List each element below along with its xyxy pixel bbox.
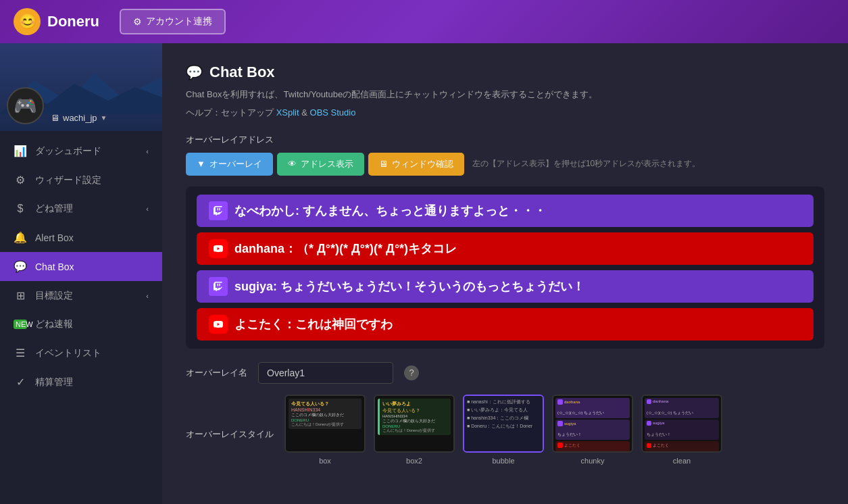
main-content: 💬 Chat Box Chat Boxを利用すれば、Twitch/Youtube… [162,43,848,504]
chat-message-1: なべわかし: すんません、ちょっと通りますよっと・・・ [197,195,814,227]
obs-studio-link[interactable]: OBS Studio [310,107,356,118]
styles-grid: 今見てる人いる？ HANSHIN334 ここのコメ欄の奴ら大好きだ DONERU… [284,395,722,465]
xsplit-link[interactable]: XSplit [276,107,299,118]
sidebar-item-dashboard[interactable]: 📊 ダッシュボード ‹ [0,136,162,166]
gear-icon: ⚙ [133,16,142,27]
youtube-icon-1 [209,239,228,258]
style-name-box: box [319,457,331,465]
sidebar-nav: 📊 ダッシュボード ‹ ⚙ ウィザード設定 $ どね管理 ‹ 🔔 Alert B… [0,131,162,504]
check-icon: ✓ [14,376,27,388]
sidebar-item-seisan[interactable]: ✓ 精算管理 [0,368,162,397]
logo-icon: 😊 [14,8,41,35]
news-icon: NEW [14,320,27,329]
dollar-icon: $ [14,203,27,215]
eye-icon: 👁 [288,159,297,169]
chat-message-3: sugiya: ちょうだいちょうだい！そういうのもっとちょうだい！ [197,270,814,303]
sidebar-item-chat-box[interactable]: 💬 Chat Box [0,252,162,281]
svg-rect-4 [219,283,220,286]
sidebar: 🎮 🖥 wachi_jp ▼ 📊 ダッシュボード ‹ ⚙ ウィザード設定 $ [0,43,162,504]
sidebar-item-done-sokuho[interactable]: NEW どね速報 [0,310,162,338]
overlay-styles-row: オーバーレイスタイル 今見てる人いる？ HANSHIN334 ここのコメ欄の奴ら… [186,395,824,465]
style-name-bubble: bubble [492,457,514,465]
sidebar-item-wizard[interactable]: ⚙ ウィザード設定 [0,166,162,195]
overlay-name-row: オーバーレイ名 ? [186,362,824,384]
main-layout: 🎮 🖥 wachi_jp ▼ 📊 ダッシュボード ‹ ⚙ ウィザード設定 $ [0,43,848,504]
style-thumb-clean: danhana (☆_☆)(☆_☆) ちょうだい sugiya ちょうだい！ [641,395,722,453]
svg-rect-2 [219,207,220,210]
list-icon: ☰ [14,347,27,359]
chat-message-2: danhana：（* Д°*)(* Д°*)(* Д°*)キタコレ [197,232,814,265]
sidebar-item-alert-box[interactable]: 🔔 Alert Box [0,223,162,252]
svg-rect-5 [218,283,218,286]
tab-overlay[interactable]: ▼ オーバーレイ [186,153,273,176]
avatar: 🎮 [7,87,44,124]
style-name-box2: box2 [406,457,422,465]
style-card-box[interactable]: 今見てる人いる？ HANSHIN334 ここのコメ欄の奴ら大好きだ DONERU… [284,395,366,465]
page-description: Chat Boxを利用すれば、Twitch/Youtubeの配信画面上にチャット… [186,88,824,102]
style-card-bubble[interactable]: ■ nanashi：これに低評価する ■ いい夢みろよ：今見てる人 ■ hans… [463,395,544,465]
chat-preview-area: なべわかし: すんません、ちょっと通りますよっと・・・ danhana：（* Д… [186,186,824,349]
monitor-icon: 🖥 [51,113,59,123]
style-thumb-box2: いい夢みろよ 今見てる人いる？ HANSHIN334 ここのコメ欄の奴ら大好きだ… [374,395,455,453]
overlay-name-input[interactable] [258,362,393,384]
style-thumb-bubble: ■ nanashi：これに低評価する ■ いい夢みろよ：今見てる人 ■ hans… [463,395,544,453]
logo-area: 😊 Doneru [14,8,99,35]
twitch-icon-2 [209,277,228,296]
help-icon[interactable]: ? [404,366,419,380]
page-description-links: ヘルプ：セットアップ XSplit & OBS Studio [186,106,824,120]
chat-icon: 💬 [14,260,27,273]
chevron-right-icon: ‹ [146,292,149,300]
app-header: 😊 Doneru ⚙ アカウント連携 [0,0,848,43]
sidebar-username: 🖥 wachi_jp ▼ [51,113,107,123]
style-thumb-chunky: danhana (☆_☆)(☆_☆) ちょうだい sugiya ちょうだい！ よ… [552,395,633,453]
sidebar-user-area: 🎮 🖥 wachi_jp ▼ [0,43,162,131]
style-thumb-box: 今見てる人いる？ HANSHIN334 ここのコメ欄の奴ら大好きだ DONERU… [284,395,366,453]
style-name-chunky: chunky [581,457,605,465]
chevron-right-icon: ‹ [146,205,149,213]
sidebar-item-event-list[interactable]: ☰ イベントリスト [0,338,162,368]
overlay-tabs: ▼ オーバーレイ 👁 アドレス表示 🖥 ウィンドウ確認 左の【アドレス表示】を押… [186,153,824,176]
overlay-name-label: オーバーレイ名 [186,367,247,379]
style-card-chunky[interactable]: danhana (☆_☆)(☆_☆) ちょうだい sugiya ちょうだい！ よ… [552,395,633,465]
sidebar-item-mokuhyo[interactable]: ⊞ 目標設定 ‹ [0,281,162,310]
chevron-right-icon: ‹ [146,147,149,155]
page-title: 💬 Chat Box [186,64,824,81]
tab-window-confirm[interactable]: 🖥 ウィンドウ確認 [368,153,464,176]
overlay-tab-icon: ▼ [197,159,205,169]
chat-box-title-icon: 💬 [186,64,203,80]
chevron-down-icon: ▼ [101,114,107,122]
account-link-button[interactable]: ⚙ アカウント連携 [120,9,226,34]
style-name-clean: clean [673,457,691,465]
logo-text: Doneru [47,13,99,30]
style-card-box2[interactable]: いい夢みろよ 今見てる人いる？ HANSHIN334 ここのコメ欄の奴ら大好きだ… [374,395,455,465]
twitch-icon-1 [209,201,228,220]
overlay-address-label: オーバーレイアドレス [186,134,824,146]
style-card-clean[interactable]: danhana (☆_☆)(☆_☆) ちょうだい sugiya ちょうだい！ [641,395,722,465]
svg-rect-3 [218,207,218,210]
tab-address-display[interactable]: 👁 アドレス表示 [277,153,364,176]
wizard-icon: ⚙ [14,174,27,186]
tab-hint: 左の【アドレス表示】を押せば10秒アドレスが表示されます。 [472,158,700,170]
sidebar-item-done-management[interactable]: $ どね管理 ‹ [0,195,162,223]
chat-message-4: よこたく：これは神回ですわ [197,308,814,341]
window-icon: 🖥 [379,159,388,169]
overlay-styles-label: オーバーレイスタイル [186,395,274,440]
bell-icon: 🔔 [14,231,27,244]
dashboard-icon: 📊 [14,145,27,157]
youtube-icon-2 [209,315,228,334]
target-icon: ⊞ [14,289,27,302]
